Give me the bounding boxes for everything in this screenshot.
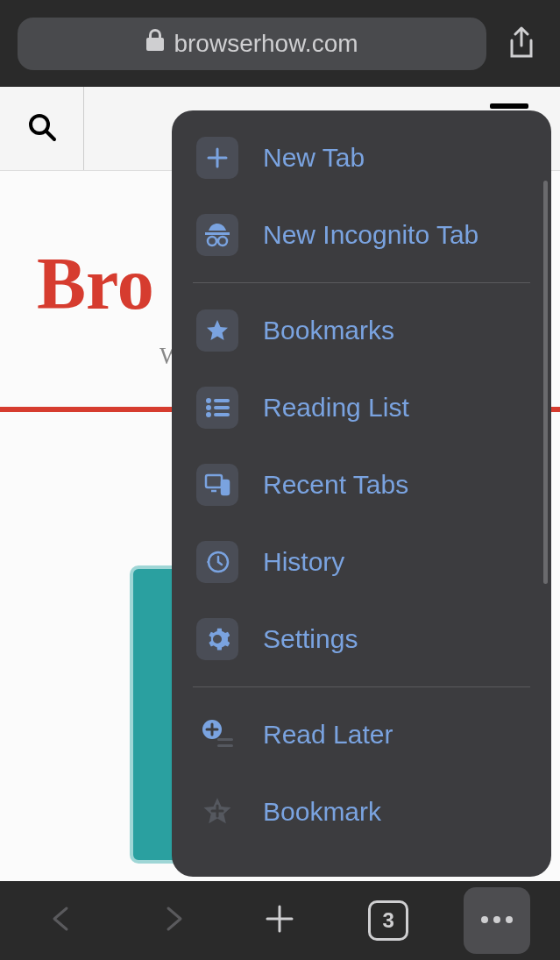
- more-button[interactable]: [464, 887, 530, 954]
- address-field[interactable]: browserhow.com: [18, 18, 486, 70]
- browser-bottom-toolbar: 3: [0, 881, 560, 960]
- svg-point-3: [206, 398, 211, 403]
- read-later-icon: [196, 714, 238, 756]
- menu-scrollbar[interactable]: [543, 181, 548, 584]
- svg-point-7: [206, 412, 211, 417]
- gear-icon: [196, 618, 238, 660]
- svg-rect-13: [217, 738, 233, 741]
- menu-item-label: New Tab: [263, 143, 365, 173]
- incognito-icon: [196, 214, 238, 256]
- menu-item-label: New Incognito Tab: [263, 220, 478, 250]
- star-icon: [196, 309, 238, 352]
- devices-icon: [196, 464, 238, 506]
- menu-item-label: Settings: [263, 624, 358, 654]
- menu-item-bookmarks[interactable]: Bookmarks: [172, 292, 551, 369]
- tab-count-badge: 3: [368, 900, 408, 941]
- lock-icon: [145, 29, 165, 58]
- svg-rect-10: [222, 480, 229, 494]
- menu-item-label: Reading List: [263, 393, 409, 423]
- forward-arrow-icon: [156, 903, 188, 938]
- browser-address-bar: browserhow.com: [0, 0, 560, 87]
- address-domain: browserhow.com: [174, 30, 358, 58]
- svg-point-1: [208, 237, 216, 245]
- menu-item-label: Read Later: [263, 720, 393, 750]
- svg-rect-4: [214, 399, 230, 402]
- back-arrow-icon: [47, 903, 79, 938]
- menu-item-label: History: [263, 547, 344, 577]
- svg-rect-6: [214, 406, 230, 409]
- new-tab-button[interactable]: [246, 887, 313, 954]
- hamburger-icon[interactable]: [490, 103, 528, 109]
- menu-divider: [193, 282, 530, 283]
- svg-point-17: [506, 916, 513, 923]
- back-button[interactable]: [30, 887, 96, 954]
- svg-rect-14: [217, 744, 233, 747]
- svg-rect-9: [206, 475, 222, 487]
- svg-point-2: [218, 237, 227, 245]
- svg-point-15: [481, 916, 488, 923]
- svg-rect-8: [214, 413, 230, 416]
- svg-point-16: [493, 916, 500, 923]
- menu-item-label: Recent Tabs: [263, 470, 408, 500]
- menu-item-bookmark[interactable]: Bookmark: [172, 773, 551, 850]
- plus-icon: [262, 901, 297, 940]
- menu-item-label: Bookmark: [263, 797, 381, 827]
- menu-item-history[interactable]: History: [172, 523, 551, 601]
- menu-item-reading-list[interactable]: Reading List: [172, 369, 551, 446]
- menu-item-label: Bookmarks: [263, 316, 394, 345]
- svg-point-5: [206, 405, 211, 410]
- tab-count: 3: [383, 908, 394, 933]
- tabs-button[interactable]: 3: [355, 887, 422, 954]
- menu-item-new-tab[interactable]: New Tab: [172, 119, 551, 196]
- menu-item-incognito[interactable]: New Incognito Tab: [172, 196, 551, 274]
- search-icon: [27, 112, 57, 146]
- history-icon: [196, 541, 238, 583]
- list-icon: [196, 387, 238, 429]
- menu-item-settings[interactable]: Settings: [172, 601, 551, 678]
- more-dots-icon: [478, 913, 516, 928]
- share-button[interactable]: [500, 23, 542, 65]
- menu-divider: [193, 686, 530, 687]
- overflow-menu: New Tab New Incognito Tab Bookmarks Read…: [172, 110, 551, 877]
- forward-button[interactable]: [138, 887, 205, 954]
- site-search-button[interactable]: [0, 87, 84, 170]
- star-plus-icon: [196, 791, 238, 833]
- menu-item-recent-tabs[interactable]: Recent Tabs: [172, 446, 551, 523]
- plus-icon: [196, 137, 238, 179]
- menu-item-read-later[interactable]: Read Later: [172, 696, 551, 773]
